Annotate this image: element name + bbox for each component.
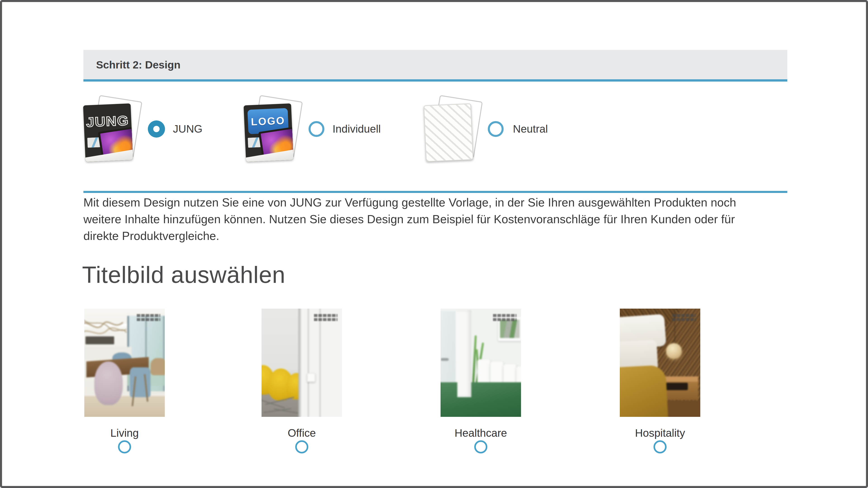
description-text: Mit diesem Design nutzen Sie eine von JU… — [84, 194, 798, 244]
cover-thumbnail-living[interactable] — [84, 308, 165, 417]
individuell-cover-card: LOGO — [244, 103, 293, 162]
cover-label-office: Office — [261, 427, 342, 439]
jung-logo: JUNG — [84, 112, 131, 130]
design-thumbnail-jung[interactable]: JUNG — [84, 98, 140, 161]
cover-label-living: Living — [84, 427, 165, 439]
radio-design-neutral[interactable] — [488, 121, 504, 137]
radio-design-jung[interactable] — [148, 121, 165, 138]
brand-watermark-icon — [314, 314, 338, 322]
cover-thumbnail-healthcare[interactable] — [440, 308, 521, 417]
brand-watermark-icon — [493, 314, 517, 322]
hospitality-photo — [620, 308, 700, 417]
design-label-individuell: Individuell — [333, 123, 381, 135]
step-header-title: Schritt 2: Design — [84, 59, 180, 71]
radio-cover-healthcare[interactable] — [474, 440, 487, 453]
design-thumbnail-neutral[interactable] — [425, 98, 480, 161]
brand-watermark-icon — [137, 314, 160, 322]
design-thumbnail-individuell[interactable]: LOGO — [245, 98, 301, 161]
step-header: Schritt 2: Design — [84, 50, 787, 82]
brand-watermark-icon — [672, 314, 696, 322]
radio-cover-living[interactable] — [118, 440, 131, 453]
office-photo — [261, 308, 342, 417]
cover-label-hospitality: Hospitality — [620, 427, 700, 439]
radio-design-individuell[interactable] — [309, 121, 324, 137]
design-label-neutral: Neutral — [513, 123, 548, 135]
cover-label-healthcare: Healthcare — [440, 427, 521, 439]
jung-cover-card: JUNG — [83, 103, 133, 162]
healthcare-photo — [440, 308, 521, 417]
section-divider — [84, 191, 787, 193]
radio-cover-hospitality[interactable] — [653, 440, 666, 453]
cover-thumbnail-office[interactable] — [261, 308, 342, 417]
page-frame: Schritt 2: Design JUNG JUNG LOGO In — [0, 0, 868, 488]
living-room-photo — [84, 308, 165, 417]
design-label-jung: JUNG — [173, 123, 203, 135]
neutral-cover-card — [424, 103, 473, 162]
radio-cover-office[interactable] — [295, 440, 308, 453]
section-title: Titelbild auswählen — [82, 261, 285, 288]
cover-thumbnail-hospitality[interactable] — [620, 308, 700, 417]
